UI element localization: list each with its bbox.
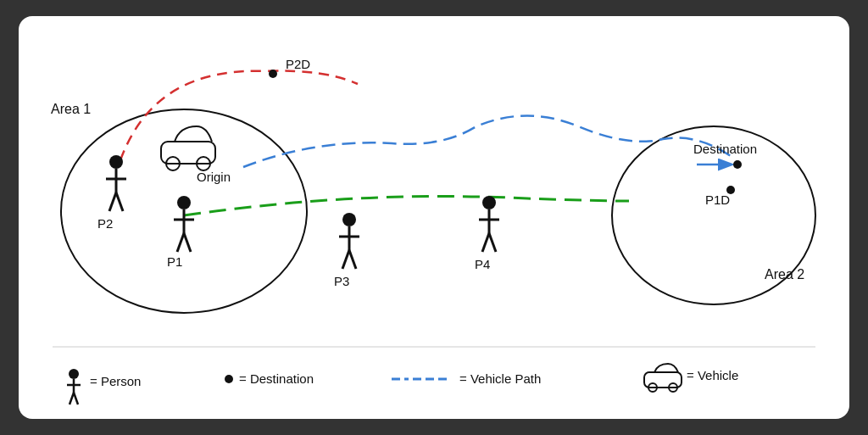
person-p2 — [106, 155, 126, 211]
svg-line-15 — [184, 233, 191, 252]
svg-line-25 — [489, 233, 496, 252]
p4-label: P4 — [475, 257, 490, 271]
area2-label: Area 2 — [765, 267, 804, 282]
svg-point-6 — [109, 155, 123, 169]
svg-line-14 — [177, 233, 184, 252]
svg-line-9 — [109, 192, 116, 211]
destination-label: Destination — [693, 142, 757, 156]
legend-person-text: = Person — [90, 374, 141, 388]
person-p3 — [339, 213, 359, 269]
person-p1 — [174, 196, 194, 252]
p1-label: P1 — [167, 254, 182, 269]
svg-line-20 — [349, 250, 356, 269]
destination-dot — [733, 160, 742, 169]
svg-line-30 — [70, 393, 74, 404]
p1d-label: P1D — [705, 192, 730, 207]
area1-label: Area 1 — [51, 102, 91, 116]
legend-person-icon — [67, 369, 81, 404]
svg-line-19 — [342, 250, 349, 269]
svg-point-16 — [342, 213, 356, 226]
p2d-label: P2D — [286, 57, 310, 71]
diagram-card: Area 1 Area 2 Origin P2D P2 P1 P3 P4 Des… — [19, 16, 849, 419]
origin-label: Origin — [197, 170, 231, 184]
p2d-dot — [269, 70, 277, 78]
svg-line-24 — [482, 233, 489, 252]
svg-point-21 — [482, 196, 496, 209]
legend-destination-text: = Destination — [239, 371, 314, 386]
main-diagram: Area 1 Area 2 Origin P2D P2 P1 P3 P4 Des… — [19, 16, 849, 419]
svg-line-10 — [116, 192, 123, 211]
legend-vehicle-path-text: = Vehicle Path — [459, 371, 541, 386]
p2-label: P2 — [97, 216, 113, 231]
legend-car-icon — [644, 364, 682, 392]
car-icon — [161, 126, 215, 170]
legend-destination-dot — [225, 375, 233, 383]
svg-rect-3 — [161, 142, 215, 164]
legend-vehicle-text: = Vehicle — [687, 368, 738, 382]
p3-label: P3 — [334, 274, 349, 288]
svg-point-11 — [177, 196, 191, 209]
svg-line-31 — [74, 393, 78, 404]
person-p4 — [479, 196, 499, 252]
svg-point-27 — [69, 369, 79, 379]
